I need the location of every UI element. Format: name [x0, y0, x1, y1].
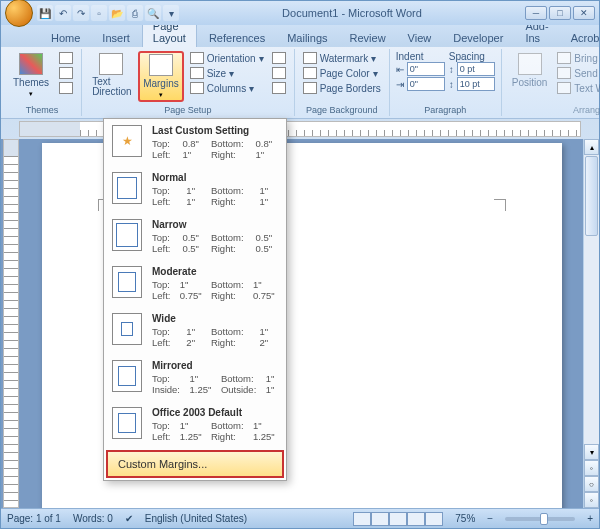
- zoom-level[interactable]: 75%: [455, 513, 475, 524]
- orientation-icon: [190, 52, 204, 64]
- theme-colors-button[interactable]: [57, 51, 75, 65]
- close-button[interactable]: ✕: [573, 6, 595, 20]
- bring-front-icon: [557, 52, 571, 64]
- chevron-down-icon: ▾: [29, 90, 33, 98]
- hyphenation-icon: [272, 82, 286, 94]
- zoom-in-button[interactable]: +: [587, 513, 593, 524]
- tab-view[interactable]: View: [398, 29, 442, 47]
- status-bar: Page: 1 of 1 Words: 0 ✔ English (United …: [1, 508, 599, 528]
- tab-mailings[interactable]: Mailings: [277, 29, 337, 47]
- indent-left-icon: ⇤: [396, 64, 404, 75]
- spacing-after-input[interactable]: 10 pt: [457, 77, 495, 91]
- qat-open-icon[interactable]: 📂: [109, 5, 125, 21]
- view-draft[interactable]: [425, 512, 443, 526]
- margin-thumb-icon: [112, 313, 142, 345]
- qat-undo-icon[interactable]: ↶: [55, 5, 71, 21]
- orientation-button[interactable]: Orientation ▾: [188, 51, 266, 65]
- window-title: Document1 - Microsoft Word: [179, 7, 525, 19]
- spacing-after-icon: ↕: [449, 79, 454, 90]
- page-color-button[interactable]: Page Color ▾: [301, 66, 383, 80]
- colors-icon: [59, 52, 73, 64]
- maximize-button[interactable]: □: [549, 6, 571, 20]
- view-web-layout[interactable]: [389, 512, 407, 526]
- margins-icon: [149, 54, 173, 76]
- position-button[interactable]: Position: [508, 51, 552, 90]
- scroll-thumb[interactable]: [585, 156, 598, 236]
- margin-thumb-icon: [112, 407, 142, 439]
- tab-developer[interactable]: Developer: [443, 29, 513, 47]
- margin-option-wide[interactable]: WideTop:1"Bottom:1"Left:2"Right:2": [104, 307, 286, 354]
- qat-new-icon[interactable]: ▫: [91, 5, 107, 21]
- status-words[interactable]: Words: 0: [73, 513, 113, 524]
- tab-home[interactable]: Home: [41, 29, 90, 47]
- margin-thumb-icon: [112, 172, 142, 204]
- scroll-down-button[interactable]: ▾: [584, 444, 599, 460]
- status-page[interactable]: Page: 1 of 1: [7, 513, 61, 524]
- custom-margins-button[interactable]: Custom Margins...: [106, 450, 284, 478]
- margin-marker-tr: [494, 199, 506, 211]
- indent-left-input[interactable]: 0": [407, 62, 445, 76]
- qat-more-icon[interactable]: ▾: [163, 5, 179, 21]
- office-button[interactable]: [5, 0, 33, 27]
- vertical-scrollbar[interactable]: ▴ ▾ ◦ ○ ◦: [583, 139, 599, 508]
- ribbon: Themes ▾ Themes Text Direction: [1, 47, 599, 119]
- margin-option-name: Office 2003 Default: [152, 407, 278, 418]
- zoom-out-button[interactable]: −: [487, 513, 493, 524]
- browse-next-button[interactable]: ◦: [584, 492, 599, 508]
- window-controls: ─ □ ✕: [525, 6, 595, 20]
- margin-option-moderate[interactable]: ModerateTop:1"Bottom:1"Left:0.75"Right:0…: [104, 260, 286, 307]
- bring-to-front-button[interactable]: Bring to Front ▾: [555, 51, 600, 65]
- qat-print-icon[interactable]: ⎙: [127, 5, 143, 21]
- page-borders-button[interactable]: Page Borders: [301, 81, 383, 95]
- scroll-track[interactable]: [584, 237, 599, 444]
- text-direction-button[interactable]: Text Direction: [88, 51, 134, 99]
- group-page-background: Watermark ▾ Page Color ▾ Page Borders Pa…: [295, 49, 390, 116]
- hyphenation-button[interactable]: [270, 81, 288, 95]
- proofing-icon[interactable]: ✔: [125, 513, 133, 524]
- status-language[interactable]: English (United States): [145, 513, 247, 524]
- margin-option-name: Moderate: [152, 266, 278, 277]
- qat-redo-icon[interactable]: ↷: [73, 5, 89, 21]
- breaks-icon: [272, 52, 286, 64]
- minimize-button[interactable]: ─: [525, 6, 547, 20]
- margins-button[interactable]: Margins ▾: [138, 51, 184, 102]
- margin-option-office-2003-default[interactable]: Office 2003 DefaultTop:1"Bottom:1"Left:1…: [104, 401, 286, 448]
- zoom-slider[interactable]: [505, 517, 575, 521]
- position-icon: [518, 53, 542, 75]
- watermark-button[interactable]: Watermark ▾: [301, 51, 383, 65]
- zoom-thumb[interactable]: [540, 513, 548, 525]
- margin-option-narrow[interactable]: NarrowTop:0.5"Bottom:0.5"Left:0.5"Right:…: [104, 213, 286, 260]
- margin-option-mirrored[interactable]: MirroredTop:1"Bottom:1"Inside:1.25"Outsi…: [104, 354, 286, 401]
- themes-button[interactable]: Themes ▾: [9, 51, 53, 100]
- text-wrapping-button[interactable]: Text Wrapping ▾: [555, 81, 600, 95]
- size-button[interactable]: Size ▾: [188, 66, 266, 80]
- scroll-up-button[interactable]: ▴: [584, 139, 599, 155]
- theme-fonts-button[interactable]: [57, 66, 75, 80]
- app-window: 💾 ↶ ↷ ▫ 📂 ⎙ 🔍 ▾ Document1 - Microsoft Wo…: [0, 0, 600, 529]
- view-outline[interactable]: [407, 512, 425, 526]
- indent-right-input[interactable]: 0": [407, 77, 445, 91]
- effects-icon: [59, 82, 73, 94]
- tab-acrobat[interactable]: Acrobat: [561, 29, 600, 47]
- tab-review[interactable]: Review: [340, 29, 396, 47]
- quick-access-toolbar: 💾 ↶ ↷ ▫ 📂 ⎙ 🔍 ▾: [37, 5, 179, 21]
- qat-preview-icon[interactable]: 🔍: [145, 5, 161, 21]
- send-to-back-button[interactable]: Send to Back ▾: [555, 66, 600, 80]
- ribbon-tabs: Home Insert Page Layout References Maili…: [1, 25, 599, 47]
- margin-option-normal[interactable]: NormalTop:1"Bottom:1"Left:1"Right:1": [104, 166, 286, 213]
- breaks-button[interactable]: [270, 51, 288, 65]
- view-print-layout[interactable]: [353, 512, 371, 526]
- vertical-ruler[interactable]: [3, 139, 19, 508]
- spacing-before-input[interactable]: 0 pt: [457, 62, 495, 76]
- view-full-screen[interactable]: [371, 512, 389, 526]
- line-numbers-button[interactable]: [270, 66, 288, 80]
- tab-insert[interactable]: Insert: [92, 29, 140, 47]
- browse-select-button[interactable]: ○: [584, 476, 599, 492]
- columns-button[interactable]: Columns ▾: [188, 81, 266, 95]
- margin-option-last-custom-setting[interactable]: Last Custom SettingTop:0.8"Bottom:0.8"Le…: [104, 119, 286, 166]
- tab-references[interactable]: References: [199, 29, 275, 47]
- browse-prev-button[interactable]: ◦: [584, 460, 599, 476]
- theme-effects-button[interactable]: [57, 81, 75, 95]
- qat-save-icon[interactable]: 💾: [37, 5, 53, 21]
- margin-option-name: Normal: [152, 172, 278, 183]
